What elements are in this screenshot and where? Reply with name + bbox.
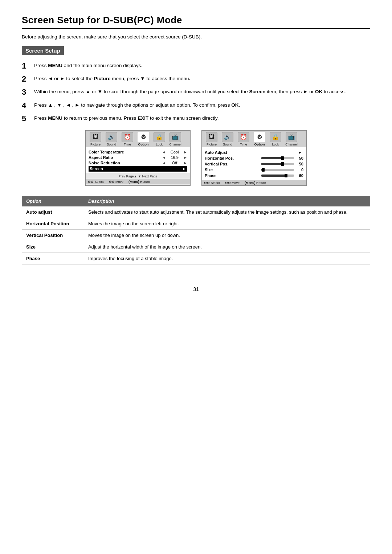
left-icon-channel: 📺 Channel [168, 132, 183, 146]
step-4-text: Press ▲ , ▼ , ◄ , ► to navigate through … [34, 101, 370, 109]
picture-icon: 🖼 [90, 132, 101, 142]
right-menu-content: Auto Adjust ► Horizontal Pos. 50 Vertica… [202, 147, 306, 180]
right-option-icon: ⚙ [254, 132, 265, 142]
step-2: 2 Press ◄ or ► to select the Picture men… [22, 75, 370, 83]
right-icon-option: ⚙ Option [252, 132, 267, 146]
right-time-icon: ⏰ [238, 132, 249, 142]
horiz-bar [261, 157, 294, 159]
table-header-row: Option Description [22, 196, 370, 206]
step-1-num: 1 [22, 62, 34, 70]
time-icon: ⏰ [122, 132, 133, 142]
right-row-vert-pos: Vertical Pos. 50 [205, 161, 303, 167]
left-row-noise: Noise Reduction ◄ Off ► [89, 160, 187, 166]
left-icon-option: ⚙ Option [136, 132, 151, 146]
table-cell-description: Improves the focusing of a stable image. [84, 253, 370, 264]
left-icon-sound: 🔊 Sound [104, 132, 119, 146]
left-menu-content: Color Temperature ◄ Cool ► Aspect Ratio … [86, 147, 190, 173]
right-menu-icons: 🖼 Picture 🔊 Sound ⏰ Time ⚙ Option 🔒 Lock… [202, 131, 306, 147]
left-icon-lock: 🔒 Lock [152, 132, 167, 146]
right-icon-picture: 🖼 Picture [204, 132, 219, 146]
left-row-color-temp: Color Temperature ◄ Cool ► [89, 149, 187, 155]
step-1: 1 Press MENU and the main menu screen di… [22, 62, 370, 70]
phase-bar [261, 175, 294, 177]
left-icon-time: ⏰ Time [120, 132, 135, 146]
section-header: Screen Setup [22, 46, 370, 62]
left-menu-box: 🖼 Picture 🔊 Sound ⏰ Time ⚙ Option 🔒 Lock… [85, 130, 191, 186]
table-cell-description: Moves the image on the screen left or ri… [84, 218, 370, 229]
col-description-header: Description [84, 196, 370, 206]
left-prev-next: Prev Page▲ ▼ Next Page [86, 173, 190, 179]
table-row: Vertical PositionMoves the image on the … [22, 229, 370, 241]
right-menu-box: 🖼 Picture 🔊 Sound ⏰ Time ⚙ Option 🔒 Lock… [201, 130, 307, 186]
right-lock-icon: 🔒 [270, 132, 281, 142]
intro-text: Before adjusting the screen, make sure t… [22, 34, 370, 40]
right-menu-footer: ⊙⊙ Select ⊙⊙ Move (Menu) Return [202, 180, 306, 185]
right-icon-channel: 📺 Channel [284, 132, 299, 146]
right-row-horiz-pos: Horizontal Pos. 50 [205, 155, 303, 161]
table-cell-description: Selects and activates to start auto adju… [84, 206, 370, 218]
option-table: Option Description Auto adjustSelects an… [22, 196, 370, 264]
step-4-num: 4 [22, 101, 34, 110]
table-cell-option: Size [22, 241, 84, 253]
table-row: Horizontal PositionMoves the image on th… [22, 218, 370, 229]
table-cell-option: Phase [22, 253, 84, 264]
step-5-text: Press MENU to return to previous menu. P… [34, 114, 370, 122]
lock-icon: 🔒 [154, 132, 165, 142]
right-sound-icon: 🔊 [222, 132, 233, 142]
table-row: SizeAdjust the horizontal width of the i… [22, 241, 370, 253]
col-option-header: Option [22, 196, 84, 206]
right-row-auto-adjust: Auto Adjust ► [205, 149, 303, 155]
left-menu-footer: ⊙⊙ Select ⊙⊙ Move (Menu) Return [86, 179, 190, 184]
step-3-text: Within the menu, press ▲ or ▼ to scroll … [34, 88, 370, 96]
size-bar [261, 169, 294, 171]
right-picture-icon: 🖼 [206, 132, 217, 142]
sound-icon: 🔊 [106, 132, 117, 142]
step-2-num: 2 [22, 75, 34, 83]
step-3: 3 Within the menu, press ▲ or ▼ to scrol… [22, 88, 370, 97]
left-menu-icons: 🖼 Picture 🔊 Sound ⏰ Time ⚙ Option 🔒 Lock… [86, 131, 190, 147]
table-row: Auto adjustSelects and activates to star… [22, 206, 370, 218]
right-channel-icon: 📺 [286, 132, 297, 142]
right-icon-sound: 🔊 Sound [220, 132, 235, 146]
right-row-phase: Phase 60 [205, 173, 303, 178]
left-row-screen: Screen ► [89, 166, 187, 172]
channel-icon: 📺 [170, 132, 181, 142]
left-row-aspect: Aspect Ratio ◄ 16:9 ► [89, 155, 187, 160]
table-row: PhaseImproves the focusing of a stable i… [22, 253, 370, 264]
table-cell-option: Auto adjust [22, 206, 84, 218]
right-icon-time: ⏰ Time [236, 132, 251, 146]
vert-bar [261, 163, 294, 165]
table-cell-description: Adjust the horizontal width of the image… [84, 241, 370, 253]
step-4: 4 Press ▲ , ▼ , ◄ , ► to navigate throug… [22, 101, 370, 110]
table-cell-option: Vertical Position [22, 229, 84, 241]
step-5: 5 Press MENU to return to previous menu.… [22, 114, 370, 123]
page-number: 31 [22, 286, 370, 292]
page-title: Screen Setup for D-SUB(PC) Mode [22, 15, 370, 29]
table-cell-option: Horizontal Position [22, 218, 84, 229]
right-icon-lock: 🔒 Lock [268, 132, 283, 146]
step-2-text: Press ◄ or ► to select the Picture menu,… [34, 75, 370, 83]
right-row-size: Size 0 [205, 167, 303, 173]
menu-screenshots: 🖼 Picture 🔊 Sound ⏰ Time ⚙ Option 🔒 Lock… [22, 130, 370, 186]
left-icon-picture: 🖼 Picture [88, 132, 103, 146]
step-1-text: Press MENU and the main menu screen disp… [34, 62, 370, 70]
step-5-num: 5 [22, 114, 34, 123]
step-3-num: 3 [22, 88, 34, 97]
table-cell-description: Moves the image on the screen up or down… [84, 229, 370, 241]
steps-list: 1 Press MENU and the main menu screen di… [22, 62, 370, 123]
option-icon: ⚙ [138, 132, 149, 142]
